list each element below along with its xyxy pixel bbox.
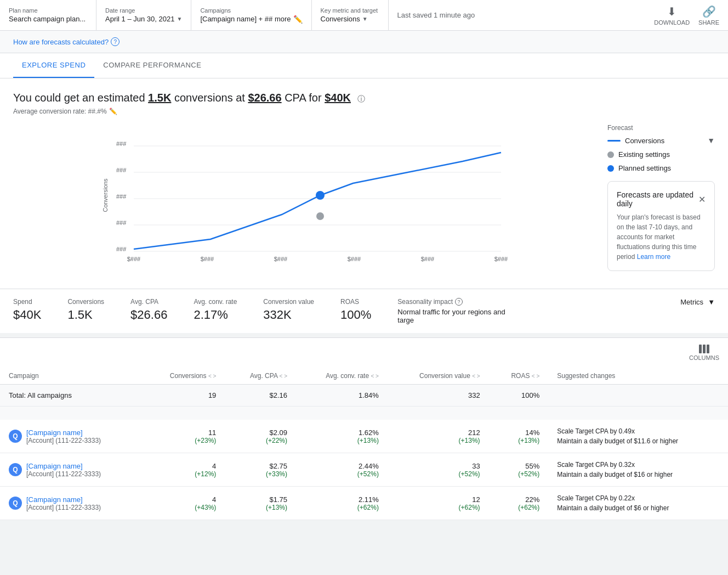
svg-point-12 [316,191,325,200]
table-header: Campaign Conversions < > Avg. CPA < > Av… [0,368,728,385]
th-conv-value: Conversion value < > [388,368,489,385]
row3-avg-conv-rate: 2.11% (+62%) [296,487,388,520]
row1-roas: 14% (+13%) [489,420,549,453]
campaign-icon-2: Q [9,463,22,476]
columns-button[interactable]: COLUMNS [689,345,719,361]
campaign-cell-2: Q [Campaign name] [Account] (111-222-333… [0,453,142,487]
metric-avg-cpa-label: Avg. CPA [130,298,167,306]
avg-conv-rate-sort-icon[interactable]: < > [371,373,378,379]
avg-rate-edit-icon[interactable]: ✏️ [109,108,117,115]
campaign-name-1: [Campaign name] [Account] (111-222-3333) [26,429,101,444]
date-range-value[interactable]: April 1 – Jun 30, 2021 ▼ [105,15,182,23]
metric-seasonality-label: Seasonality impact ? [397,298,507,306]
campaign-table-section: COLUMNS Campaign Conversions < > Avg. CP… [0,337,728,520]
forecast-tooltip-close-button[interactable]: ✕ [698,194,706,205]
row3-avg-cpa: $1.75 (+13%) [225,487,296,520]
metric-conv-value: Conversion value 332K [263,298,314,322]
table-row: Q [Campaign name] [Account] (111-222-333… [0,420,728,453]
th-suggested: Suggested changes [548,368,728,385]
svg-text:###: ### [116,193,127,200]
th-campaign: Campaign [0,368,142,385]
date-range-dropdown-icon: ▼ [177,16,182,22]
th-avg-conv-rate: Avg. conv. rate < > [296,368,388,385]
conv-value-sort-icon[interactable]: < > [472,373,480,379]
svg-text:###: ### [116,246,127,252]
chart-main: Conversions ### ### ### ### ### [13,124,594,271]
share-button[interactable]: 🔗 SHARE [698,5,719,26]
avg-conversion-rate: Average conversion rate: ##.#% ✏️ [13,108,715,115]
svg-text:$###: $### [274,256,288,262]
total-conversions: 19 [142,385,225,407]
total-label: Total: All campaigns [0,385,142,407]
campaigns-value[interactable]: [Campaign name] + ## more ✏️ [200,15,302,24]
metric-avg-conv-rate: Avg. conv. rate 2.17% [194,298,237,322]
metric-conv-value-value: 332K [263,308,314,322]
tabs-bar: EXPLORE SPEND COMPARE PERFORMANCE [0,53,728,78]
table-toolbar: COLUMNS [0,338,728,368]
total-suggested [548,385,728,407]
hero-info-icon[interactable]: ⓘ [357,94,365,103]
seasonality-info-icon: ? [455,298,463,306]
hero-title: You could get an estimated 1.5K conversi… [13,92,715,104]
metric-avg-cpa-value: $26.66 [130,308,167,322]
row2-conv-value: 33 (+52%) [388,453,489,487]
hero-section: You could get an estimated 1.5K conversi… [0,78,728,115]
svg-text:$###: $### [201,256,214,262]
metrics-dropdown-label: Metrics [680,298,703,306]
row1-conversions: 11 (+23%) [142,420,225,453]
row3-conversions: 4 (+43%) [142,487,225,520]
learn-more-link[interactable]: Learn more [637,253,670,261]
legend-existing: Existing settings [607,150,715,159]
date-range-field: Date range April 1 – Jun 30, 2021 ▼ [96,0,191,30]
campaign-cell-1: Q [Campaign name] [Account] (111-222-333… [0,420,142,453]
tab-compare-performance[interactable]: COMPARE PERFORMANCE [94,53,210,78]
svg-text:###: ### [116,140,127,147]
key-metric-field: Key metric and target Conversions ▼ [312,0,389,30]
download-icon: ⬇ [667,5,676,18]
metrics-dropdown[interactable]: Metrics ▼ [680,298,715,306]
metric-roas-value: 100% [340,308,371,322]
metric-avg-conv-rate-value: 2.17% [194,308,237,322]
key-metric-label: Key metric and target [321,7,379,14]
share-icon: 🔗 [702,5,716,18]
metrics-bar: Spend $40K Conversions 1.5K Avg. CPA $26… [0,289,728,333]
metric-conversions: Conversions 1.5K [67,298,104,322]
roas-sort-icon[interactable]: < > [532,373,539,379]
forecast-tooltip-title: Forecasts are updated daily ✕ [617,190,706,208]
metric-spend-label: Spend [13,298,41,306]
svg-point-11 [316,212,324,220]
key-metric-dropdown-icon: ▼ [362,16,368,22]
conversions-line-icon [607,140,621,142]
download-button[interactable]: ⬇ DOWNLOAD [654,5,690,26]
conversions-sort-icon[interactable]: < > [208,373,216,379]
th-conversions: Conversions < > [142,368,225,385]
plan-name-value: Search campaign plan... [9,15,87,23]
row1-conv-value: 212 (+13%) [388,420,489,453]
campaign-cell-3: Q [Campaign name] [Account] (111-222-333… [0,487,142,520]
svg-text:$###: $### [127,256,141,262]
row3-conv-value: 12 (+62%) [388,487,489,520]
forecasts-help-link[interactable]: How are forecasts calculated? ? [13,37,120,46]
row3-suggested: Scale Target CPA by 0.22xMaintain a dail… [548,487,728,520]
total-avg-cpa: $2.16 [225,385,296,407]
metric-avg-cpa: Avg. CPA $26.66 [130,298,167,322]
total-row: Total: All campaigns 19 $2.16 1.84% 332 … [0,385,728,407]
chart-container: Conversions ### ### ### ### ### [0,124,728,284]
tab-explore-spend[interactable]: EXPLORE SPEND [13,53,94,78]
key-metric-value[interactable]: Conversions ▼ [321,15,379,23]
row1-suggested: Scale Target CPA by 0.49xMaintain a dail… [548,420,728,453]
columns-label: COLUMNS [689,354,719,361]
campaigns-table: Campaign Conversions < > Avg. CPA < > Av… [0,368,728,520]
avg-cpa-sort-icon[interactable]: < > [280,373,287,379]
row2-avg-conv-rate: 2.44% (+52%) [296,453,388,487]
forecast-chart: Conversions ### ### ### ### ### [13,124,594,267]
total-roas: 100% [489,385,549,407]
table-row: Q [Campaign name] [Account] (111-222-333… [0,453,728,487]
svg-text:$###: $### [494,256,508,262]
row3-roas: 22% (+62%) [489,487,549,520]
table-row: Q [Campaign name] [Account] (111-222-333… [0,487,728,520]
campaigns-edit-icon[interactable]: ✏️ [293,15,303,24]
campaigns-field: Campaigns [Campaign name] + ## more ✏️ [191,0,311,30]
existing-dot-icon [607,151,614,158]
conversions-dropdown-icon[interactable]: ▼ [707,136,715,145]
